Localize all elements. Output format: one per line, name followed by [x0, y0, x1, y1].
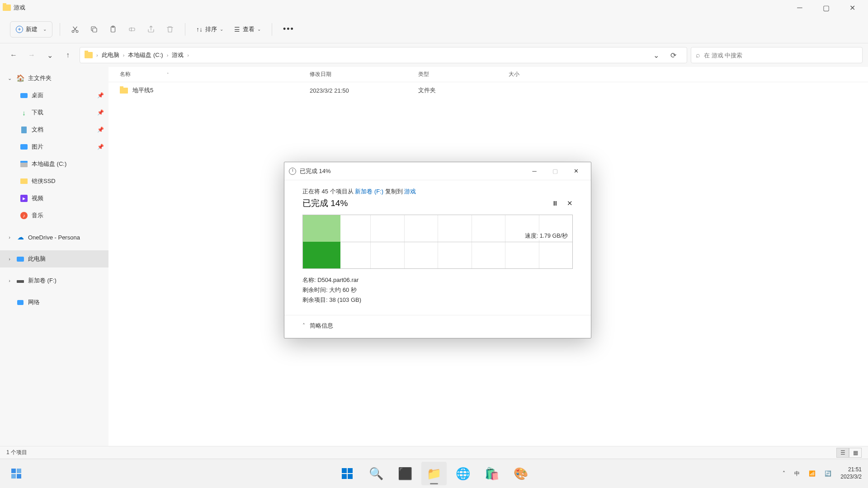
search-box[interactable]: ⌕ [691, 47, 863, 63]
sidebar-item-label: 本地磁盘 (C:) [32, 160, 66, 168]
list-item[interactable]: 地平线5 2023/3/2 21:50 文件夹 [108, 82, 868, 99]
toolbar: + 新建 ⌄ ↑↓ 排序 ⌄ ☰ 查看 ⌄ ••• [0, 15, 868, 43]
sidebar-item-onedrive[interactable]: ›OneDrive - Persona [0, 229, 108, 246]
windows-icon [342, 468, 353, 479]
view-button[interactable]: ☰ 查看 ⌄ [231, 20, 264, 38]
paint-taskbar-icon[interactable]: 🎨 [508, 462, 533, 485]
speed-chart: 速度: 1.79 GB/秒 [302, 215, 573, 269]
sidebar-item-label: 主文件夹 [28, 74, 52, 82]
sidebar-item-pictures[interactable]: 图片📌 [0, 138, 108, 155]
folder-icon [20, 177, 28, 185]
sidebar-item-downloads[interactable]: 下载📌 [0, 104, 108, 121]
delete-button[interactable] [162, 20, 178, 38]
sort-button[interactable]: ↑↓ 排序 ⌄ [193, 20, 227, 38]
dialog-window-controls: ─ ▢ ✕ [524, 162, 586, 180]
sidebar-item-label: 下载 [32, 108, 43, 117]
paste-button[interactable] [105, 20, 121, 38]
copy-button[interactable] [86, 20, 102, 38]
share-button[interactable] [143, 20, 159, 38]
wifi-icon[interactable]: 📶 [809, 470, 816, 477]
cut-button[interactable] [67, 20, 83, 38]
details-view-button[interactable]: ☰ [836, 448, 849, 458]
sidebar-item-thispc[interactable]: ›此电脑 [0, 250, 108, 267]
taskview-button[interactable]: ⬛ [392, 462, 418, 485]
sidebar-item-label: 此电脑 [28, 255, 46, 263]
home-icon [16, 74, 24, 82]
ime-indicator[interactable]: 中 [794, 470, 800, 478]
clock-date: 2023/3/2 [840, 474, 862, 481]
item-type: 文件夹 [418, 86, 509, 94]
sidebar-item-documents[interactable]: 文档📌 [0, 121, 108, 138]
history-dropdown[interactable]: ⌄ [648, 47, 664, 63]
col-date[interactable]: 修改日期 [310, 70, 418, 78]
pause-button[interactable]: II [553, 199, 557, 207]
sidebar-item-newvol[interactable]: ›新加卷 (F:) [0, 272, 108, 289]
search-button[interactable]: 🔍 [363, 462, 389, 485]
sync-icon[interactable]: 🔄 [825, 470, 831, 477]
store-taskbar-icon[interactable]: 🛍️ [479, 462, 505, 485]
dialog-titlebar[interactable]: 已完成 14% ─ ▢ ✕ [284, 162, 591, 180]
sidebar-item-kx[interactable]: 铠侠SSD [0, 173, 108, 190]
toggle-details[interactable]: ˄ 简略信息 [284, 315, 591, 338]
toggle-label: 简略信息 [310, 322, 333, 330]
sidebar-item-localdisk[interactable]: 本地磁盘 (C:) [0, 155, 108, 173]
up-button[interactable]: ↑ [60, 47, 76, 63]
sidebar-item-desktop[interactable]: 桌面📌 [0, 87, 108, 104]
items-remaining: 38 (103 GB) [329, 296, 361, 303]
clock[interactable]: 21:51 2023/3/2 [840, 466, 862, 480]
disk-icon [20, 160, 28, 168]
sidebar-item-network[interactable]: ›网络 [0, 294, 108, 311]
col-type[interactable]: 类型 [418, 70, 509, 78]
start-button[interactable] [335, 462, 360, 485]
sidebar-item-home[interactable]: ⌄主文件夹 [0, 70, 108, 87]
minimize-button[interactable]: ─ [787, 0, 813, 15]
back-button[interactable]: ← [5, 47, 22, 63]
col-size[interactable]: 大小 [509, 70, 868, 78]
sort-label: 排序 [205, 25, 217, 33]
sort-arrow-icon: ˄ [167, 72, 169, 77]
sidebar-item-music[interactable]: 音乐 [0, 207, 108, 224]
chevron-up-icon: ˄ [302, 323, 305, 329]
widgets-button[interactable] [6, 464, 26, 483]
progress-line: 已完成 14% II ✕ [302, 197, 573, 209]
close-button[interactable]: ✕ [839, 0, 865, 15]
view-label: 查看 [243, 25, 255, 33]
maximize-button[interactable]: ▢ [813, 0, 839, 15]
explorer-taskbar-icon[interactable]: 📁 [421, 462, 447, 485]
icons-view-button[interactable]: ▦ [849, 448, 862, 458]
breadcrumb-part[interactable]: 游戏 [170, 51, 185, 59]
copy-details: 名称: D504.part06.rar 剩余时间: 大约 60 秒 剩余项目: … [302, 275, 573, 305]
maximize-button[interactable]: ▢ [545, 162, 566, 180]
pin-icon: 📌 [97, 109, 104, 116]
col-name[interactable]: 名称 [120, 70, 131, 78]
forward-button[interactable]: → [24, 47, 40, 63]
chevron-right-icon: › [95, 52, 99, 58]
sidebar-item-label: OneDrive - Persona [28, 234, 80, 241]
minimize-button[interactable]: ─ [524, 162, 545, 180]
breadcrumb[interactable]: › 此电脑 › 本地磁盘 (C:) › 游戏 › ⌄ ⟳ [80, 47, 687, 63]
cancel-button[interactable]: ✕ [567, 199, 573, 207]
pc-icon [16, 255, 24, 263]
dest-link[interactable]: 游戏 [404, 188, 416, 195]
search-input[interactable] [704, 52, 858, 59]
item-date: 2023/3/2 21:50 [310, 87, 418, 94]
breadcrumb-part[interactable]: 本地磁盘 (C:) [126, 51, 165, 59]
list-header[interactable]: 名称˄ 修改日期 类型 大小 [108, 67, 868, 82]
new-button[interactable]: + 新建 ⌄ [10, 21, 52, 38]
edge-taskbar-icon[interactable]: 🌐 [450, 462, 476, 485]
refresh-button[interactable]: ⟳ [665, 47, 681, 63]
source-link[interactable]: 新加卷 (F:) [355, 188, 383, 195]
system-tray[interactable]: ˄ 中 📶 🔄 21:51 2023/3/2 [783, 466, 868, 480]
tray-chevron-icon[interactable]: ˄ [783, 470, 785, 477]
recent-button[interactable]: ⌄ [42, 47, 58, 63]
video-icon [20, 194, 28, 202]
taskbar-center: 🔍 ⬛ 📁 🌐 🛍️ 🎨 [335, 462, 533, 485]
rename-button[interactable] [124, 20, 140, 38]
titlebar[interactable]: 游戏 ─ ▢ ✕ [0, 0, 868, 15]
view-toggle: ☰ ▦ [836, 448, 862, 458]
sidebar-item-video[interactable]: 视频 [0, 190, 108, 207]
time-remaining: 大约 60 秒 [329, 286, 357, 293]
more-button[interactable]: ••• [279, 20, 298, 38]
breadcrumb-part[interactable]: 此电脑 [100, 51, 121, 59]
close-button[interactable]: ✕ [566, 162, 586, 180]
